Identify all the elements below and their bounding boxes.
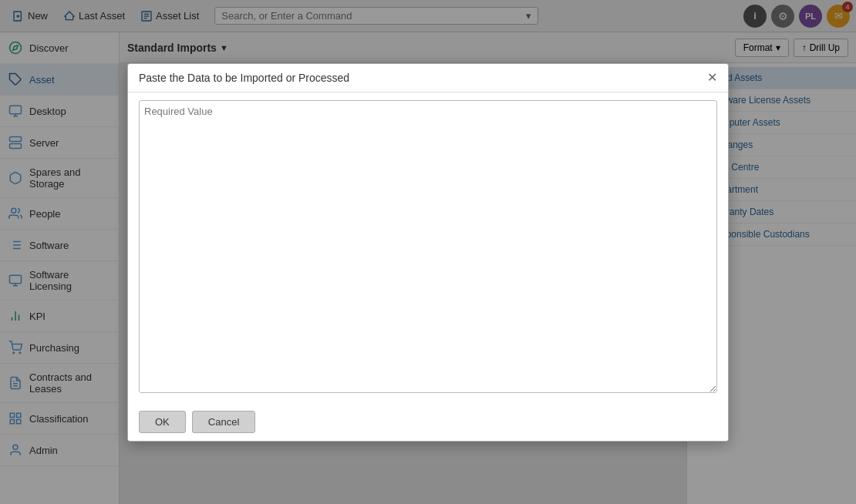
- paste-textarea[interactable]: [139, 100, 717, 393]
- dialog-title: Paste the Data to be Imported or Process…: [139, 72, 349, 84]
- dialog: Paste the Data to be Imported or Process…: [127, 63, 729, 442]
- dialog-footer: OK Cancel: [128, 403, 728, 441]
- cancel-button[interactable]: Cancel: [192, 411, 255, 433]
- modal-overlay: Paste the Data to be Imported or Process…: [0, 0, 856, 504]
- ok-button[interactable]: OK: [139, 411, 186, 433]
- dialog-header: Paste the Data to be Imported or Process…: [128, 64, 728, 92]
- dialog-close-button[interactable]: ✕: [707, 72, 717, 84]
- dialog-body: [128, 92, 728, 403]
